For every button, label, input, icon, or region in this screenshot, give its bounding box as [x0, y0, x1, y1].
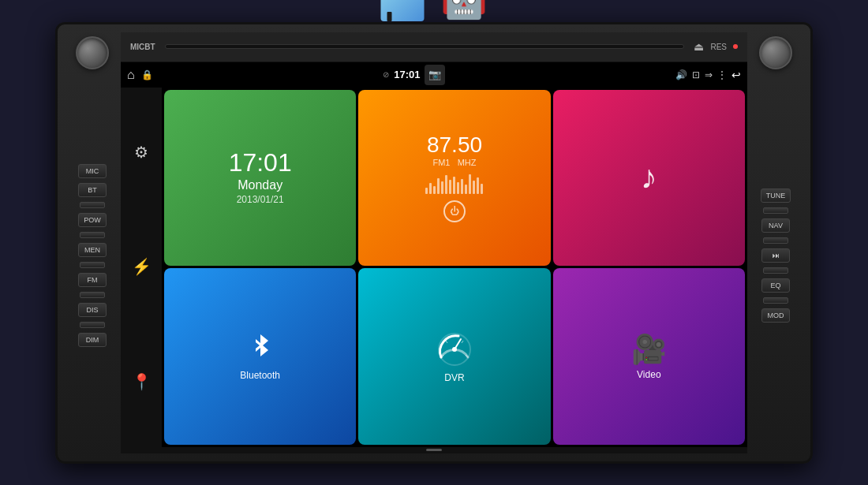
bluetooth-icon [246, 331, 275, 367]
screen-sidebar: ⚙ ⚡ 📍 [121, 88, 162, 447]
eq-button[interactable]: EQ [761, 278, 790, 293]
status-center: ⊘ 17:01 📷 [383, 65, 445, 85]
dis-button[interactable]: DIS [78, 303, 107, 317]
unit-top-right: ⏏ RES [694, 40, 738, 53]
wave-bar [441, 181, 443, 194]
clock-date: 2013/01/21 [237, 194, 284, 205]
car-unit: 🤖 MIC BT POW MEN FM DIS DIM MIC BT ⏏ [55, 22, 813, 464]
lock-icon: 🔒 [141, 69, 153, 80]
radio-band: FM1 MHZ [432, 158, 476, 167]
pow-button[interactable]: POW [78, 213, 107, 227]
dim-button[interactable]: DIM [78, 333, 107, 347]
android-icon: 🤖 [440, 0, 488, 21]
res-label: RES [710, 43, 727, 51]
wave-bar [425, 188, 428, 194]
status-bar: ⌂ 🔒 ⊘ 17:01 📷 🔊 ⊡ ⇒ ⋮ ↩ [121, 62, 747, 88]
left-button-small-5 [80, 322, 105, 328]
right-panel: TUNE NAV ⏭ EQ MOD [747, 32, 804, 453]
left-button-small-4 [80, 292, 105, 298]
video-camera-icon: 🎥 [631, 333, 667, 366]
bluetooth-label: Bluetooth [240, 370, 280, 381]
wave-bar [465, 185, 467, 194]
clock-tile[interactable]: 17:01 Monday 2013/01/21 [164, 90, 356, 267]
radio-tile[interactable]: 87.50 FM1 MHZ ⏻ [358, 90, 550, 267]
bottom-indicator [426, 449, 442, 451]
eject-button[interactable]: ⏏ [694, 40, 704, 53]
mic-label: MIC [78, 164, 107, 178]
volume-status-icon: 🔊 [675, 69, 687, 80]
wave-bar [453, 177, 455, 194]
wave-bar [429, 183, 432, 194]
unit-top-bar: MIC BT ⏏ RES [121, 32, 747, 62]
camera-button[interactable]: 📷 [425, 65, 445, 85]
bluetooth-tile[interactable]: Bluetooth [164, 268, 356, 445]
dvr-tile[interactable]: DVR [358, 268, 550, 445]
men-button[interactable]: MEN [78, 243, 107, 257]
android-screen: ⌂ 🔒 ⊘ 17:01 📷 🔊 ⊡ ⇒ ⋮ ↩ [121, 62, 747, 453]
right-button-small-4 [763, 297, 788, 304]
dvr-gauge [435, 330, 474, 369]
mod-button[interactable]: MOD [761, 308, 790, 323]
wave-bar [449, 180, 451, 194]
sliders-icon[interactable]: ⚡ [132, 257, 152, 276]
mic-unit-label: MIC [130, 43, 144, 51]
wave-bar [457, 182, 459, 194]
video-tile[interactable]: 🎥 Video [553, 268, 745, 445]
clock-time: 17:01 [229, 150, 292, 175]
left-button-group: MIC BT POW MEN FM DIS DIM [78, 164, 107, 347]
res-dot [733, 44, 738, 49]
wave-bar [437, 178, 440, 194]
left-button-small-2 [80, 232, 105, 238]
menu-dots-icon[interactable]: ⋮ [717, 69, 727, 80]
tune-knob[interactable] [759, 36, 792, 69]
left-button-small-3 [80, 262, 105, 268]
svg-line-5 [446, 341, 447, 343]
wave-bar [477, 177, 479, 194]
bt-label: BT [78, 183, 107, 197]
top-floating-icons: 🤖 [381, 0, 488, 21]
home-icon[interactable]: ⌂ [127, 68, 135, 82]
dvr-label: DVR [444, 372, 464, 383]
video-label: Video [637, 369, 660, 380]
left-panel: MIC BT POW MEN FM DIS DIM [64, 32, 121, 453]
tune-label: TUNE [761, 188, 791, 203]
status-time: 17:01 [394, 69, 420, 80]
center-area: MIC BT ⏏ RES ⌂ 🔒 ⊘ 17:01 📷 [121, 32, 747, 453]
music-tile[interactable]: ♪ [553, 90, 745, 267]
wave-bar [433, 186, 436, 194]
location-icon[interactable]: 📍 [132, 372, 152, 391]
arrow-status-icon: ⇒ [705, 69, 713, 80]
status-left: ⌂ 🔒 [127, 68, 153, 82]
radio-power-button[interactable]: ⏻ [443, 200, 466, 222]
right-button-small-2 [763, 237, 788, 244]
wave-bar [473, 181, 475, 194]
svg-point-2 [452, 347, 457, 352]
music-note-icon: ♪ [641, 159, 657, 196]
wave-bar [461, 179, 463, 194]
radio-frequency: 87.50 [427, 132, 482, 158]
bt-unit-label: BT [144, 43, 155, 51]
app-grid: 17:01 Monday 2013/01/21 87.50 FM1 MHZ ⏻ [162, 88, 747, 447]
disc-slot [165, 44, 685, 49]
volume-knob[interactable] [76, 36, 109, 69]
wave-bar [481, 184, 483, 194]
screen-bottom [121, 447, 747, 453]
window-icon: ⊡ [692, 69, 700, 80]
no-signal-icon: ⊘ [383, 70, 389, 79]
right-button-small-3 [763, 267, 788, 274]
nav-button[interactable]: NAV [761, 218, 790, 233]
back-button[interactable]: ↩ [731, 69, 741, 81]
settings-icon[interactable]: ⚙ [134, 143, 148, 162]
clock-day: Monday [238, 178, 282, 192]
sd-card-icon [381, 0, 425, 21]
status-right: 🔊 ⊡ ⇒ ⋮ ↩ [675, 69, 741, 81]
left-button-small-1 [80, 202, 105, 208]
wave-bar [445, 175, 447, 194]
wave-bar [469, 174, 471, 194]
next-track-button[interactable]: ⏭ [761, 248, 790, 263]
radio-waveform [369, 170, 541, 194]
right-button-small-1 [763, 207, 788, 214]
main-content: ⚙ ⚡ 📍 17:01 Monday 2013/01/21 87.50 [121, 88, 747, 447]
fm-button[interactable]: FM [78, 273, 107, 287]
svg-line-6 [462, 341, 463, 343]
